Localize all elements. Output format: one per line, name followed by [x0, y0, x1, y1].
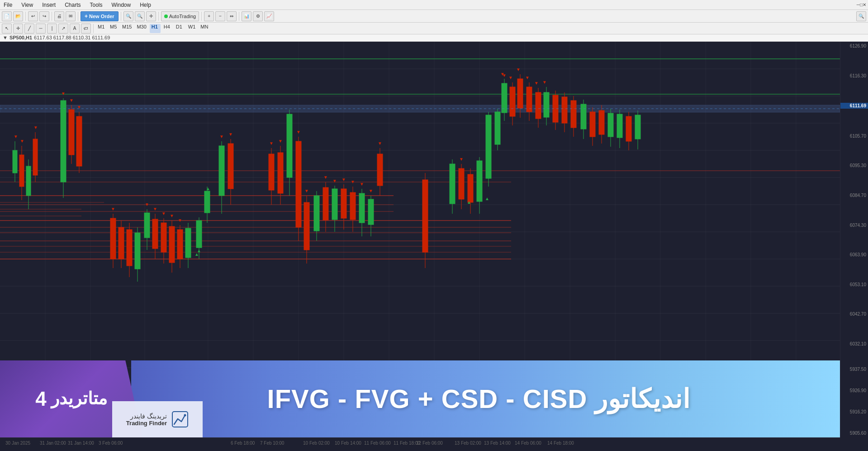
chart-crosshair[interactable]: ✛: [146, 11, 156, 21]
zoom-1[interactable]: +: [204, 11, 214, 21]
tf-m1[interactable]: M1: [96, 24, 107, 33]
svg-rect-73: [119, 227, 124, 259]
svg-text:▼: ▼: [111, 206, 115, 211]
menu-insert[interactable]: Insert: [40, 2, 57, 8]
auto-trading-button[interactable]: AutoTrading: [161, 11, 199, 21]
logo-icon: [171, 411, 189, 428]
svg-text:▼: ▼: [542, 80, 547, 85]
undo-button[interactable]: ↩: [28, 11, 38, 21]
svg-rect-198: [635, 115, 640, 139]
time-label-feb7: 7 Feb 10:00: [260, 441, 284, 446]
vline-tool[interactable]: |: [47, 24, 57, 34]
cursor-tool[interactable]: ↖: [2, 24, 12, 34]
svg-rect-182: [562, 97, 567, 123]
time-label-feb13a: 13 Feb 02:00: [455, 441, 481, 446]
price-6063: 6063.90: [840, 252, 868, 257]
svg-rect-114: [269, 154, 274, 190]
tf-d1[interactable]: D1: [174, 24, 185, 33]
svg-rect-165: [510, 87, 515, 116]
line-tool[interactable]: ╱: [24, 24, 34, 34]
svg-text:▼: ▼: [323, 175, 328, 180]
svg-rect-125: [323, 187, 328, 220]
svg-rect-111: [278, 153, 283, 193]
separator-4: [121, 12, 121, 21]
tf-m30[interactable]: M30: [135, 24, 148, 33]
settings-button[interactable]: ⚙: [253, 11, 263, 21]
tf-h4[interactable]: H4: [162, 24, 173, 33]
tf-mn[interactable]: MN: [199, 24, 210, 33]
svg-rect-160: [495, 112, 500, 144]
menu-bar: File View Insert Charts Tools Window Hel…: [0, 0, 868, 10]
svg-text:▼: ▼: [332, 178, 337, 183]
zoom-2[interactable]: −: [215, 11, 225, 21]
svg-rect-50: [13, 150, 17, 173]
menu-charts[interactable]: Charts: [63, 2, 82, 8]
hline-tool[interactable]: ─: [36, 24, 46, 34]
open-button[interactable]: 📂: [13, 11, 23, 21]
tf-m15[interactable]: M15: [120, 24, 133, 33]
minimize-button[interactable]: ─: [857, 2, 860, 7]
price-6095: 6095.30: [840, 163, 868, 168]
svg-text:▼: ▼: [525, 75, 530, 80]
trend-tool[interactable]: ↗: [58, 24, 68, 34]
new-chart-button[interactable]: 📄: [2, 11, 12, 21]
auto-trading-label: AutoTrading: [169, 14, 196, 19]
menu-tools[interactable]: Tools: [88, 2, 104, 8]
svg-text:▲: ▲: [206, 186, 210, 191]
svg-text:▲: ▲: [467, 200, 471, 205]
svg-text:▼: ▼: [219, 134, 224, 139]
svg-text:▼: ▼: [145, 202, 149, 207]
svg-rect-91: [177, 230, 183, 259]
separator-6: [201, 12, 202, 21]
svg-text:▼: ▼: [459, 157, 464, 162]
menu-window[interactable]: Window: [110, 2, 133, 8]
tf-h1[interactable]: H1: [150, 24, 161, 33]
separator-1: [25, 12, 26, 21]
close-button[interactable]: ✕: [863, 2, 866, 7]
tf-w1[interactable]: W1: [186, 24, 198, 33]
svg-rect-190: [599, 110, 604, 134]
svg-text:▼: ▼: [342, 177, 346, 182]
svg-text:▼: ▼: [508, 75, 513, 80]
trading-finder-logo: تریدینگ فایندر Trading Finder: [112, 401, 203, 437]
label-tool[interactable]: 🏷: [81, 24, 91, 34]
svg-rect-150: [459, 168, 464, 199]
svg-text:▼: ▼: [534, 81, 539, 86]
svg-rect-79: [144, 213, 150, 238]
chart-zoom-in[interactable]: 🔍: [123, 11, 133, 21]
chart-scroll[interactable]: ⇔: [227, 11, 237, 21]
redo-button[interactable]: ↪: [39, 11, 49, 21]
svg-rect-67: [76, 116, 82, 166]
time-label-jan31a: 31 Jan 02:00: [40, 441, 66, 446]
price-current: 6111.69: [840, 103, 868, 109]
price-6032: 6032.10: [840, 341, 868, 346]
svg-rect-128: [332, 189, 337, 220]
menu-file[interactable]: File: [2, 2, 14, 8]
text-tool[interactable]: A: [70, 24, 80, 34]
indicators-button[interactable]: 📊: [242, 11, 251, 21]
time-axis: 30 Jan 2025 31 Jan 02:00 31 Jan 14:00 3 …: [0, 437, 840, 451]
svg-rect-177: [544, 92, 549, 117]
chart-zoom-out[interactable]: 🔍: [135, 11, 145, 21]
svg-rect-137: [359, 193, 365, 223]
tf-m5[interactable]: M5: [108, 24, 119, 33]
svg-rect-88: [169, 226, 175, 263]
chart-type[interactable]: 📈: [264, 11, 274, 21]
separator-2: [52, 12, 52, 21]
time-label-feb11a: 11 Feb 06:00: [364, 441, 391, 446]
search-button[interactable]: 🔍: [856, 11, 866, 21]
new-order-button[interactable]: + New Order: [81, 11, 119, 21]
svg-text:▼: ▼: [269, 141, 274, 146]
print-button[interactable]: 🖨: [54, 11, 64, 21]
crosshair-tool[interactable]: ✛: [13, 24, 23, 34]
svg-text:▼: ▼: [228, 132, 233, 137]
svg-text:▼: ▼: [69, 98, 74, 103]
time-label-feb3: 3 Feb 06:00: [99, 441, 123, 446]
banner-left-number: 4: [35, 389, 46, 409]
menu-help[interactable]: Help: [138, 2, 153, 8]
time-label-jan30: 30 Jan 2025: [5, 441, 30, 446]
svg-rect-85: [161, 223, 166, 252]
menu-view[interactable]: View: [19, 2, 35, 8]
mail-button[interactable]: ✉: [66, 11, 76, 21]
svg-text:▼: ▼: [153, 206, 157, 211]
